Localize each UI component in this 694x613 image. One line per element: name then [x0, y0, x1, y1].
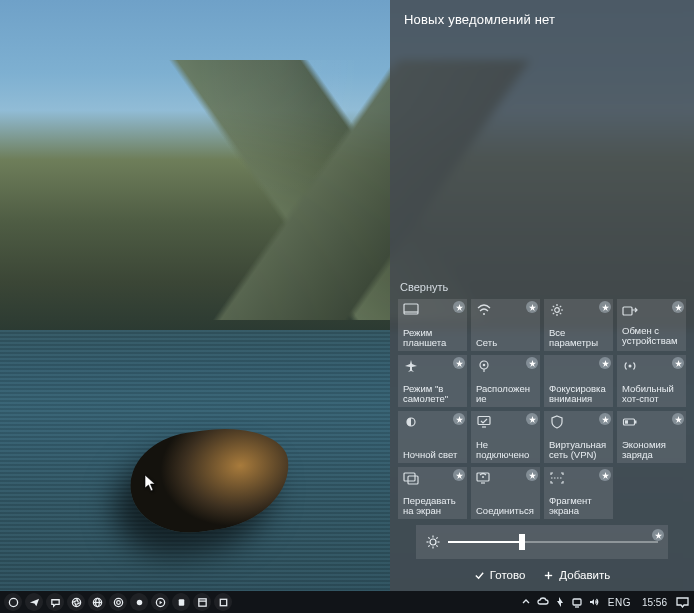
brightness-tile[interactable] — [416, 525, 668, 559]
taskbar-app-shutter-icon[interactable] — [67, 593, 85, 611]
svg-point-2 — [483, 313, 485, 315]
tile-vpn-status[interactable]: Не подключено — [471, 411, 540, 463]
brightness-icon — [426, 535, 440, 549]
taskbar-app-play-icon[interactable] — [151, 593, 169, 611]
shield-icon — [549, 415, 565, 429]
taskbar-app-square-icon[interactable] — [214, 593, 232, 611]
svg-rect-50 — [198, 598, 205, 605]
pin-icon[interactable] — [599, 469, 611, 481]
location-icon — [476, 359, 492, 373]
share-icon — [622, 303, 638, 317]
add-button-label: Добавить — [559, 569, 610, 581]
wifi-icon — [476, 303, 492, 317]
svg-line-37 — [436, 537, 437, 538]
tile-focus-assist[interactable]: Фокусировка внимания — [544, 355, 613, 407]
tile-location[interactable]: Расположение — [471, 355, 540, 407]
gear-icon — [549, 303, 565, 317]
pin-icon[interactable] — [672, 357, 684, 369]
svg-rect-24 — [408, 476, 418, 484]
taskbar-clock[interactable]: 15:56 — [638, 597, 671, 608]
brightness-slider-fill — [448, 541, 522, 543]
vpn-icon — [476, 415, 492, 429]
tile-network[interactable]: Сеть — [471, 299, 540, 351]
brightness-slider-thumb[interactable] — [519, 534, 525, 550]
tile-label: Не подключено — [476, 440, 535, 460]
pin-icon[interactable] — [672, 413, 684, 425]
tile-label: Все параметры — [549, 328, 608, 348]
tile-label: Виртуальная сеть (VPN) — [549, 440, 608, 460]
svg-line-9 — [560, 313, 561, 314]
tile-label: Расположение — [476, 384, 535, 404]
add-button[interactable]: Добавить — [543, 569, 610, 581]
svg-point-3 — [555, 308, 560, 313]
pin-icon[interactable] — [526, 301, 538, 313]
tile-label: Фрагмент экрана — [549, 496, 608, 516]
svg-line-35 — [436, 545, 437, 546]
tile-airplane[interactable]: Режим "в самолете" — [398, 355, 467, 407]
tile-hotspot[interactable]: Мобильный хот-спот — [617, 355, 686, 407]
pin-icon[interactable] — [453, 301, 465, 313]
done-button[interactable]: Готово — [474, 569, 526, 581]
svg-point-46 — [116, 600, 120, 604]
tile-settings[interactable]: Все параметры — [544, 299, 613, 351]
collapse-quick-actions-link[interactable]: Свернуть — [398, 281, 686, 297]
tile-label: Мобильный хот-спот — [622, 384, 681, 404]
tile-battery-saver[interactable]: Экономия заряда — [617, 411, 686, 463]
svg-line-10 — [553, 313, 554, 314]
pin-icon[interactable] — [453, 469, 465, 481]
pin-icon[interactable] — [453, 413, 465, 425]
svg-line-34 — [428, 537, 429, 538]
tile-snip[interactable]: Фрагмент экрана — [544, 467, 613, 519]
tile-tablet-mode[interactable]: Режим планшета — [398, 299, 467, 351]
hotspot-icon — [622, 359, 638, 373]
tile-night-light[interactable]: Ночной свет — [398, 411, 467, 463]
tile-label: Передавать на экран — [403, 496, 462, 516]
onedrive-tray-icon[interactable] — [536, 595, 550, 609]
pin-icon[interactable] — [599, 301, 611, 313]
taskbar-app-pandora-icon[interactable] — [172, 593, 190, 611]
tile-label: Обмен с устройствами — [622, 326, 681, 348]
svg-point-16 — [629, 365, 632, 368]
pin-icon[interactable] — [652, 529, 664, 541]
tray-chevron-icon[interactable] — [519, 595, 533, 609]
svg-point-40 — [9, 598, 17, 606]
taskbar-app-dot-icon[interactable] — [130, 593, 148, 611]
taskbar-app-ring-icon[interactable] — [109, 593, 127, 611]
pin-icon[interactable] — [672, 301, 684, 313]
power-tray-icon[interactable] — [553, 595, 567, 609]
taskbar-app-chat-icon[interactable] — [46, 593, 64, 611]
notifications-empty-area — [398, 33, 686, 281]
network-tray-icon[interactable] — [570, 595, 584, 609]
taskbar-app-globe-icon[interactable] — [88, 593, 106, 611]
tile-label: Сеть — [476, 338, 535, 348]
svg-rect-12 — [623, 307, 632, 315]
language-indicator[interactable]: ENG — [604, 597, 635, 608]
pin-icon[interactable] — [599, 413, 611, 425]
action-center-button[interactable] — [674, 595, 690, 609]
svg-point-14 — [483, 364, 486, 367]
tile-project[interactable]: Передавать на экран — [398, 467, 467, 519]
tile-vpn[interactable]: Виртуальная сеть (VPN) — [544, 411, 613, 463]
svg-point-29 — [430, 539, 436, 545]
taskbar-app-window-icon[interactable] — [193, 593, 211, 611]
brightness-slider[interactable] — [448, 541, 658, 543]
svg-line-8 — [553, 306, 554, 307]
svg-rect-52 — [220, 599, 226, 605]
svg-rect-49 — [178, 599, 184, 605]
volume-tray-icon[interactable] — [587, 595, 601, 609]
pin-icon[interactable] — [599, 357, 611, 369]
battery-icon — [622, 415, 638, 429]
svg-point-26 — [482, 476, 484, 478]
tile-label: Ночной свет — [403, 450, 462, 460]
taskbar-app-circle-icon[interactable] — [4, 593, 22, 611]
pin-icon[interactable] — [526, 469, 538, 481]
taskbar-app-telegram-icon[interactable] — [25, 593, 43, 611]
pin-icon[interactable] — [526, 413, 538, 425]
tile-connect[interactable]: Соединиться — [471, 467, 540, 519]
pin-icon[interactable] — [453, 357, 465, 369]
svg-rect-22 — [625, 420, 628, 423]
pin-icon[interactable] — [526, 357, 538, 369]
svg-rect-53 — [573, 599, 581, 605]
tile-share[interactable]: Обмен с устройствами — [617, 299, 686, 351]
taskbar-tray: ENG 15:56 — [519, 595, 690, 609]
